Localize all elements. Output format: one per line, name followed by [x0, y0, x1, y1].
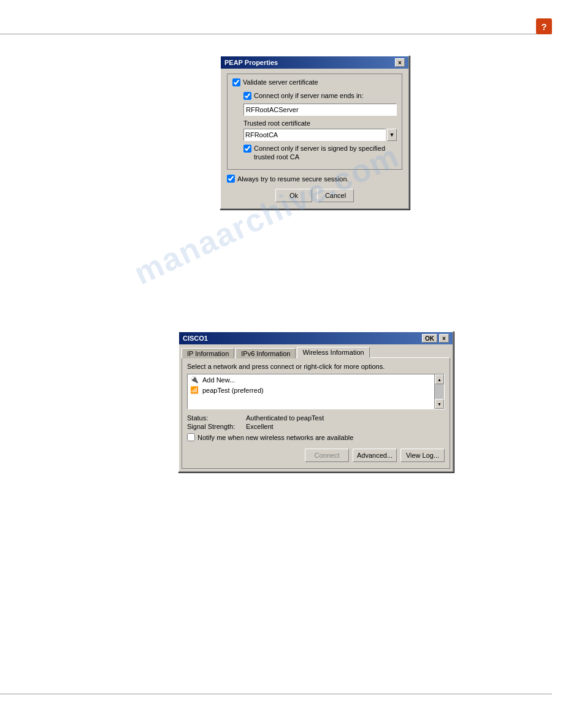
network-list-wrap: 🔌 Add New... 📶 peapTest (preferred) ▲ ▼ [187, 374, 445, 409]
help-icon[interactable]: ? [536, 18, 552, 34]
always-resume-label: Always try to resume secure session. [237, 175, 349, 183]
notify-label: Notify me when new wireless networks are… [197, 434, 353, 441]
cisco-tabs: IP Information IPv6 Information Wireless… [179, 344, 453, 357]
network-item-add-new[interactable]: 🔌 Add New... [188, 374, 434, 385]
connect-server-label: Connect only if server name ends in: [254, 91, 364, 100]
cisco-title: CISCO1 [183, 335, 208, 342]
status-row: Status: Authenticated to peapTest [187, 414, 445, 422]
server-name-input[interactable]: RFRootACServer [243, 104, 397, 116]
status-value: Authenticated to peapTest [246, 414, 324, 422]
notify-checkbox[interactable] [187, 433, 195, 441]
bottom-divider [0, 694, 552, 694]
validate-cert-row: Validate server certificate [232, 78, 397, 86]
cisco-ok-button[interactable]: OK [422, 334, 437, 343]
tab-description: Select a network and press connect or ri… [187, 363, 445, 370]
always-resume-checkbox[interactable] [227, 175, 235, 183]
connect-server-row: Connect only if server name ends in: [243, 91, 397, 100]
cisco-titlebar: CISCO1 OK × [179, 332, 453, 344]
view-log-button[interactable]: View Log... [400, 449, 445, 462]
connect-signed-row: Connect only if server is signed by spec… [243, 144, 397, 162]
connect-signed-label: Connect only if server is signed by spec… [254, 144, 397, 162]
peap-buttons: Ok Cancel [227, 189, 402, 202]
trusted-root-label: Trusted root certificate [243, 119, 397, 127]
advanced-button[interactable]: Advanced... [353, 449, 397, 462]
cisco-dialog: CISCO1 OK × IP Information IPv6 Informat… [178, 331, 454, 472]
validate-cert-checkbox[interactable] [232, 78, 240, 86]
trusted-root-dropdown[interactable]: RFRootCA [243, 129, 386, 141]
titlebar-right: OK × [422, 334, 449, 343]
peap-title: PEAP Properties [224, 59, 278, 66]
connect-button[interactable]: Connect [305, 449, 349, 462]
server-name-section: Connect only if server name ends in: RFR… [243, 91, 397, 119]
tab-ip-information[interactable]: IP Information [182, 348, 234, 358]
connect-server-checkbox[interactable] [243, 92, 251, 100]
cisco-buttons: Connect Advanced... View Log... [187, 446, 445, 463]
cisco-tab-content: Select a network and press connect or ri… [182, 357, 450, 469]
validate-cert-label: Validate server certificate [243, 78, 318, 86]
network-scrollbar: ▲ ▼ [434, 374, 444, 409]
peaptest-icon: 📶 [190, 386, 199, 394]
scroll-up-button[interactable]: ▲ [435, 374, 444, 384]
help-icon-wrap: ? [536, 18, 552, 34]
signal-label: Signal Strength: [187, 423, 242, 430]
signal-row: Signal Strength: Excellent [187, 423, 445, 430]
peap-body: Validate server certificate Connect only… [221, 69, 408, 208]
network-list: 🔌 Add New... 📶 peapTest (preferred) [188, 374, 434, 409]
top-divider [0, 34, 552, 34]
add-new-icon: 🔌 [190, 376, 199, 384]
trusted-root-dropdown-row: RFRootCA ▼ [243, 129, 397, 141]
cisco-close-button[interactable]: × [439, 334, 449, 343]
scroll-track [435, 384, 444, 399]
connect-signed-checkbox[interactable] [243, 145, 251, 153]
signal-value: Excellent [246, 423, 274, 430]
tab-wireless-information[interactable]: Wireless Information [297, 347, 369, 358]
peap-close-button[interactable]: × [395, 58, 405, 67]
status-section: Status: Authenticated to peapTest Signal… [187, 414, 445, 430]
peap-dialog: PEAP Properties × Validate server certif… [220, 55, 410, 210]
notify-row: Notify me when new wireless networks are… [187, 433, 445, 441]
peap-cancel-button[interactable]: Cancel [317, 189, 354, 202]
validate-cert-group: Validate server certificate Connect only… [227, 74, 402, 170]
scroll-down-button[interactable]: ▼ [435, 399, 444, 409]
peap-ok-button[interactable]: Ok [275, 189, 312, 202]
network-item-peaptest[interactable]: 📶 peapTest (preferred) [188, 385, 434, 395]
status-label: Status: [187, 414, 242, 422]
trusted-root-arrow[interactable]: ▼ [387, 129, 397, 141]
tab-ipv6-information[interactable]: IPv6 Information [236, 348, 296, 358]
peap-titlebar: PEAP Properties × [221, 56, 408, 69]
always-resume-row: Always try to resume secure session. [227, 175, 402, 183]
